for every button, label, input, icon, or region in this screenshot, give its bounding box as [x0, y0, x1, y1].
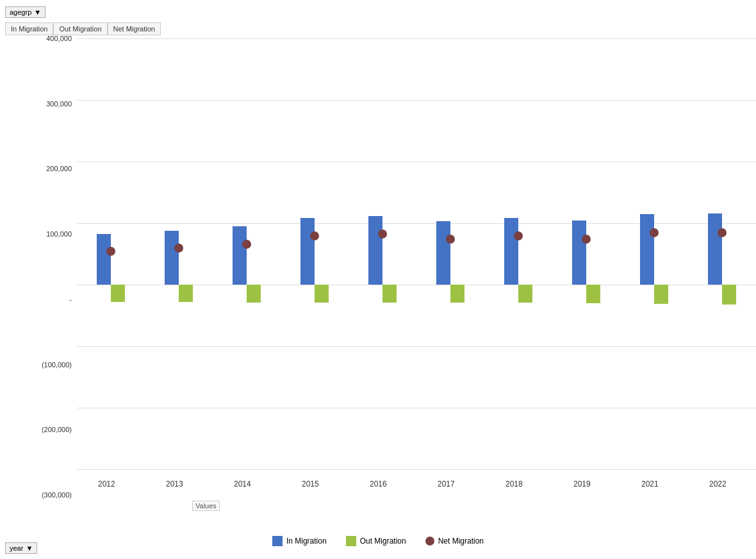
- legend-swatch: [272, 536, 283, 546]
- col-in-migration[interactable]: In Migration: [5, 22, 53, 35]
- chart-area: 400,000300,000200,000100,000-(100,000)(2…: [0, 38, 756, 495]
- net-migration-dot: [310, 231, 319, 240]
- net-migration-dot: [378, 229, 387, 238]
- x-axis-label: 2015: [302, 480, 319, 488]
- legend-area: Values In MigrationOut MigrationNet Migr…: [0, 536, 756, 546]
- legend-item: In Migration: [272, 536, 327, 546]
- legend-item: Net Migration: [425, 537, 484, 546]
- plot-area: 2012201320142015201620172018201920212022: [77, 38, 756, 469]
- agegrp-filter-icon: ▼: [34, 8, 41, 16]
- legend-label: Out Migration: [360, 537, 406, 546]
- net-migration-dot: [446, 235, 455, 244]
- values-label: Values: [192, 501, 220, 511]
- in-migration-bar[interactable]: [368, 216, 382, 285]
- legend-swatch: [346, 536, 356, 546]
- out-migration-bar[interactable]: [247, 285, 261, 303]
- legend-swatch: [425, 537, 434, 546]
- col-out-migration[interactable]: Out Migration: [53, 22, 107, 35]
- grid-line: [77, 100, 756, 101]
- year-filter[interactable]: year ▼: [5, 542, 37, 554]
- net-migration-dot: [582, 235, 591, 244]
- legend-items: In MigrationOut MigrationNet Migration: [272, 536, 484, 546]
- net-migration-dot: [174, 244, 183, 253]
- in-migration-bar[interactable]: [233, 226, 247, 285]
- top-filter[interactable]: agegrp ▼: [5, 6, 45, 18]
- y-axis-label: -: [69, 296, 72, 303]
- x-axis-label: 2018: [505, 480, 523, 488]
- net-migration-dot: [718, 228, 727, 237]
- in-migration-bar[interactable]: [708, 213, 722, 285]
- y-axis-label: (100,000): [42, 361, 72, 369]
- in-migration-bar[interactable]: [436, 221, 450, 285]
- y-axis-label: (300,000): [42, 491, 72, 499]
- year-label: year: [10, 544, 23, 552]
- in-migration-bar[interactable]: [97, 234, 111, 285]
- out-migration-bar[interactable]: [111, 285, 125, 302]
- x-axis-label: 2019: [573, 480, 591, 488]
- grid-line: [77, 346, 756, 347]
- x-axis-label: 2014: [234, 480, 251, 488]
- x-axis-label: 2017: [438, 480, 455, 488]
- in-migration-bar[interactable]: [572, 221, 586, 285]
- y-axis: 400,000300,000200,000100,000-(100,000)(2…: [0, 38, 77, 495]
- x-axis-label: 2016: [370, 480, 387, 488]
- x-axis-label: 2022: [709, 480, 727, 488]
- grid-line: [77, 223, 756, 224]
- net-migration-dot: [514, 231, 523, 240]
- legend-label: In Migration: [286, 537, 327, 546]
- out-migration-bar[interactable]: [450, 285, 464, 303]
- x-axis-label: 2012: [98, 480, 115, 488]
- out-migration-bar[interactable]: [654, 285, 668, 304]
- grid-line: [77, 162, 756, 162]
- out-migration-bar[interactable]: [382, 285, 397, 303]
- legend-label: Net Migration: [438, 537, 484, 546]
- grid-line: [77, 408, 756, 408]
- grid-line: [77, 469, 756, 470]
- column-headers: In Migration Out Migration Net Migration: [5, 22, 161, 35]
- year-filter-icon: ▼: [26, 544, 33, 552]
- in-migration-bar[interactable]: [165, 231, 179, 285]
- net-migration-dot: [242, 240, 251, 249]
- out-migration-bar[interactable]: [179, 285, 193, 302]
- in-migration-bar[interactable]: [504, 218, 518, 285]
- agegrp-label: agegrp: [10, 8, 31, 16]
- out-migration-bar[interactable]: [315, 285, 329, 303]
- grid-line: [77, 38, 756, 39]
- x-axis-label: 2021: [641, 480, 659, 488]
- x-axis-label: 2013: [166, 480, 183, 488]
- bottom-filter[interactable]: year ▼: [5, 542, 37, 554]
- col-net-migration[interactable]: Net Migration: [108, 22, 161, 35]
- legend-item: Out Migration: [346, 536, 406, 546]
- y-axis-label: (200,000): [42, 426, 72, 433]
- in-migration-bar[interactable]: [300, 218, 315, 285]
- agegrp-filter[interactable]: agegrp ▼: [5, 6, 45, 18]
- y-axis-label: 200,000: [46, 165, 72, 172]
- net-migration-dot: [106, 247, 115, 256]
- y-axis-label: 100,000: [46, 230, 72, 238]
- out-migration-bar[interactable]: [518, 285, 532, 303]
- out-migration-bar[interactable]: [586, 285, 600, 303]
- y-axis-label: 400,000: [46, 35, 72, 42]
- y-axis-label: 300,000: [46, 100, 72, 108]
- net-migration-dot: [650, 228, 659, 237]
- out-migration-bar[interactable]: [722, 285, 736, 305]
- in-migration-bar[interactable]: [640, 214, 654, 285]
